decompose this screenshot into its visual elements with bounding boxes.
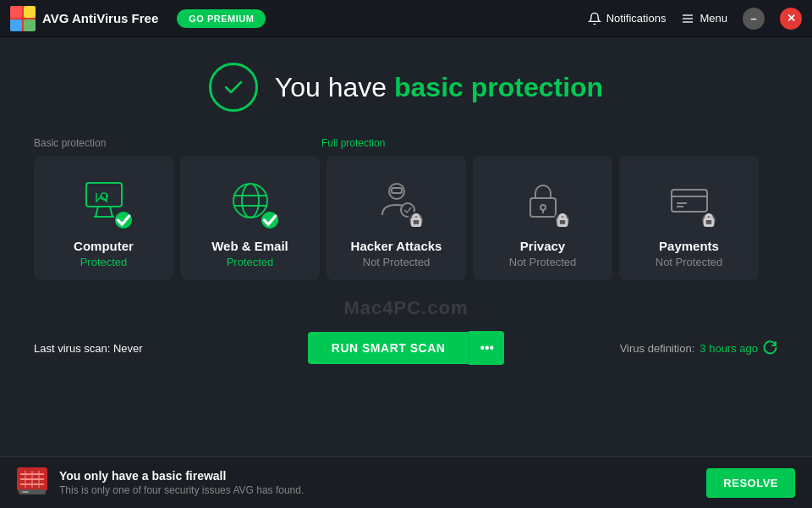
section-labels: Basic protection Full protection xyxy=(34,137,778,149)
main-content: You have basic protection Basic protecti… xyxy=(0,37,812,378)
hero-highlight: basic protection xyxy=(394,72,603,102)
svg-rect-24 xyxy=(558,218,567,225)
virus-def-info: Virus definition: 3 hours ago xyxy=(504,340,778,356)
protection-status-circle xyxy=(209,63,258,112)
payments-card[interactable]: Payments Not Protected xyxy=(619,156,759,280)
computer-icon-wrap xyxy=(74,171,134,230)
close-button[interactable]: ✕ xyxy=(780,8,802,30)
firewall-alert-icon xyxy=(17,467,47,498)
svg-point-22 xyxy=(540,205,546,210)
payments-status-badge xyxy=(700,212,717,229)
svg-rect-1 xyxy=(10,6,22,18)
hacker-icon-wrap xyxy=(367,171,426,230)
svg-rect-3 xyxy=(10,19,22,31)
alert-subtitle: This is only one of four security issues… xyxy=(59,484,694,496)
computer-card[interactable]: Computer Protected xyxy=(34,156,173,280)
privacy-card[interactable]: Privacy Not Protected xyxy=(473,156,612,280)
run-smart-scan-button[interactable]: RUN SMART SCAN xyxy=(308,332,469,364)
svg-rect-38 xyxy=(22,491,29,493)
resolve-button[interactable]: RESOLVE xyxy=(706,468,795,498)
hero-section: You have basic protection xyxy=(34,63,778,112)
menu-button[interactable]: Menu xyxy=(681,12,727,25)
svg-rect-20 xyxy=(412,218,420,225)
notifications-label: Notifications xyxy=(606,12,667,25)
privacy-status-badge xyxy=(554,212,571,229)
svg-rect-4 xyxy=(24,19,36,31)
svg-point-14 xyxy=(242,184,259,218)
notifications-button[interactable]: Notifications xyxy=(588,12,667,25)
web-email-status-badge xyxy=(261,212,278,229)
refresh-icon[interactable] xyxy=(763,340,778,356)
web-email-card[interactable]: Web & Email Protected xyxy=(180,156,320,280)
title-bar: AVG AntiVirus Free GO PREMIUM Notificati… xyxy=(0,0,812,37)
payments-card-status: Not Protected xyxy=(656,256,723,268)
last-scan-info: Last virus scan: Never xyxy=(34,342,308,355)
title-bar-controls: Notifications Menu – ✕ xyxy=(588,8,802,30)
scan-buttons: RUN SMART SCAN ••• xyxy=(308,331,504,365)
watermark: Mac4PC.com xyxy=(34,297,778,319)
hero-prefix: You have xyxy=(275,72,387,102)
svg-rect-18 xyxy=(392,188,402,193)
payments-icon-wrap xyxy=(660,171,719,230)
privacy-card-status: Not Protected xyxy=(509,256,577,268)
web-email-card-status: Protected xyxy=(227,256,274,268)
privacy-icon-wrap xyxy=(513,171,573,230)
last-scan-value: Never xyxy=(113,342,143,355)
app-title: AVG AntiVirus Free xyxy=(42,11,158,25)
cards-row: Computer Protected Web & Email Protec xyxy=(34,156,778,280)
web-email-icon-wrap xyxy=(221,171,280,230)
computer-status-badge xyxy=(115,212,132,229)
basic-protection-label: Basic protection xyxy=(34,137,321,149)
alert-text-block: You only have a basic firewall This is o… xyxy=(59,469,694,496)
last-scan-label: Last virus scan: xyxy=(34,342,110,355)
svg-line-9 xyxy=(96,207,98,217)
bottom-alert: You only have a basic firewall This is o… xyxy=(0,456,812,508)
logo-area: AVG AntiVirus Free GO PREMIUM xyxy=(10,6,266,31)
hacker-attacks-card-status: Not Protected xyxy=(363,256,431,268)
bell-icon xyxy=(588,12,601,25)
full-protection-label: Full protection xyxy=(321,137,385,149)
alert-title: You only have a basic firewall xyxy=(59,469,694,483)
hero-text: You have basic protection xyxy=(275,72,603,103)
minimize-button[interactable]: – xyxy=(743,8,765,30)
virus-def-label: Virus definition: xyxy=(620,342,695,355)
svg-rect-21 xyxy=(530,198,556,217)
hacker-attacks-card[interactable]: Hacker Attacks Not Protected xyxy=(326,156,466,280)
avg-logo-icon xyxy=(10,6,36,31)
hacker-status-badge xyxy=(408,212,425,229)
svg-rect-29 xyxy=(705,218,713,225)
check-icon xyxy=(222,75,245,99)
scan-bar: Last virus scan: Never RUN SMART SCAN ••… xyxy=(34,331,778,365)
svg-line-10 xyxy=(110,207,112,217)
go-premium-button[interactable]: GO PREMIUM xyxy=(177,9,266,28)
hacker-attacks-card-title: Hacker Attacks xyxy=(351,239,442,253)
virus-def-value: 3 hours ago xyxy=(700,342,758,355)
menu-label: Menu xyxy=(700,12,727,25)
menu-icon xyxy=(681,12,694,25)
svg-rect-2 xyxy=(24,6,36,18)
computer-card-status: Protected xyxy=(80,256,128,268)
scan-more-button[interactable]: ••• xyxy=(469,331,504,365)
